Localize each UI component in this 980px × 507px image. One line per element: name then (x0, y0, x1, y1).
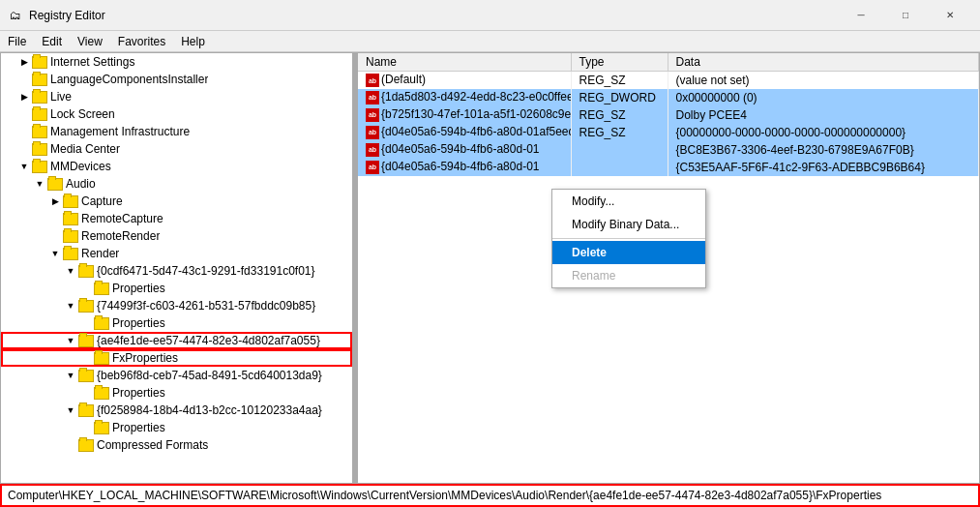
table-row[interactable]: ab{d04e05a6-594b-4fb6-a80d-01{BC8E3B67-3… (358, 141, 979, 159)
table-row[interactable]: ab(Default)REG_SZ(value not set) (358, 72, 979, 89)
tree-item-label: Properties (112, 316, 165, 330)
tree-expand-arrow[interactable] (16, 106, 32, 122)
reg-type-icon: ab (366, 91, 379, 104)
reg-name-text: (Default) (381, 73, 426, 86)
tree-expand-arrow[interactable]: ▼ (47, 246, 63, 261)
maximize-button[interactable]: □ (883, 0, 928, 31)
reg-name-cell: ab{d04e05a6-594b-4fb6-a80d-01 (358, 141, 571, 159)
tree-item[interactable]: ▶Capture (1, 193, 352, 210)
tree-expand-arrow[interactable] (78, 420, 94, 435)
tree-expand-arrow[interactable]: ▶ (16, 54, 32, 70)
tree-item-label: {ae4fe1de-ee57-4474-82e3-4d802af7a055} (97, 334, 320, 347)
context-menu-item-modify-binary[interactable]: Modify Binary Data... (552, 213, 705, 236)
table-row[interactable]: ab{b725f130-47ef-101a-a5f1-02608c9eebac}… (358, 106, 979, 124)
tree-item[interactable]: Properties (1, 419, 352, 436)
reg-name-cell: ab{b725f130-47ef-101a-a5f1-02608c9eebac}… (358, 106, 571, 124)
tree-expand-arrow[interactable] (16, 72, 32, 87)
folder-icon (32, 74, 47, 86)
tree-item[interactable]: ▼{0cdf6471-5d47-43c1-9291-fd33191c0f01} (1, 262, 352, 280)
table-row[interactable]: ab{d04e05a6-594b-4fb6-a80d-01af5eed7d1d}… (358, 124, 979, 141)
registry-table: Name Type Data ab(Default)REG_SZ(value n… (358, 53, 979, 176)
tree-expand-arrow[interactable]: ▼ (63, 333, 78, 348)
tree-item[interactable]: ▼Audio (1, 175, 352, 193)
reg-name-cell: ab{1da5d803-d492-4edd-8c23-e0c0ffee7f0e}… (358, 89, 571, 106)
tree-item-label: Internet Settings (50, 55, 134, 69)
tree-expand-arrow[interactable] (78, 385, 94, 401)
folder-icon (94, 387, 109, 400)
tree-item[interactable]: RemoteCapture (1, 210, 352, 227)
folder-icon (94, 317, 109, 330)
tree-item[interactable]: ▼MMDevices (1, 158, 352, 175)
tree-expand-arrow[interactable]: ▶ (16, 89, 32, 104)
tree-item[interactable]: ▶Live (1, 88, 352, 105)
tree-item[interactable]: Properties (1, 384, 352, 402)
tree-item-label: Management Infrastructure (50, 125, 190, 138)
tree-item[interactable]: Lock Screen (1, 105, 352, 123)
menu-help[interactable]: Help (173, 31, 213, 51)
menu-favorites[interactable]: Favorites (110, 31, 173, 51)
tree-item[interactable]: Compressed Formats (1, 436, 352, 454)
tree-item[interactable]: ▼{f0258984-18b4-4d13-b2cc-10120233a4aa} (1, 402, 352, 419)
menu-view[interactable]: View (70, 31, 110, 51)
tree-expand-arrow[interactable]: ▼ (63, 403, 78, 418)
menu-bar: File Edit View Favorites Help (0, 31, 980, 52)
tree-item[interactable]: ▼Render (1, 245, 352, 262)
reg-data-cell: {C53E5AAF-5F6F-41c2-9F63-ADEBBC9B6B64} (668, 159, 979, 176)
table-row[interactable]: ab{d04e05a6-594b-4fb6-a80d-01{C53E5AAF-5… (358, 159, 979, 176)
menu-edit[interactable]: Edit (34, 31, 70, 51)
tree-expand-arrow[interactable] (78, 281, 94, 296)
minimize-button[interactable]: ─ (839, 0, 883, 31)
menu-file[interactable]: File (0, 31, 34, 51)
folder-icon (78, 404, 94, 417)
tree-expand-arrow[interactable]: ▼ (63, 368, 78, 383)
folder-icon (94, 352, 109, 365)
reg-name-cell: ab{d04e05a6-594b-4fb6-a80d-01 (358, 159, 571, 176)
tree-item[interactable]: Properties (1, 280, 352, 297)
folder-icon (94, 422, 109, 434)
context-menu-item-modify[interactable]: Modify... (552, 190, 705, 213)
tree-item[interactable]: RemoteRender (1, 227, 352, 245)
tree-expand-arrow[interactable]: ▼ (16, 159, 32, 174)
tree-item[interactable]: FxProperties (1, 349, 352, 367)
reg-type-cell: REG_DWORD (571, 89, 668, 106)
folder-icon (94, 283, 109, 295)
tree-item[interactable]: ▼{ae4fe1de-ee57-4474-82e3-4d802af7a055} (1, 332, 352, 349)
folder-icon (78, 300, 94, 313)
reg-data-cell: Dolby PCEE4 (668, 106, 979, 124)
folder-icon (32, 91, 47, 104)
tree-item-label: Live (50, 90, 72, 104)
context-menu-item-delete[interactable]: Delete (552, 241, 705, 264)
folder-icon (78, 439, 94, 452)
tree-item[interactable]: ▶Internet Settings (1, 53, 352, 71)
tree-expand-arrow[interactable] (16, 141, 32, 157)
right-panel[interactable]: Name Type Data ab(Default)REG_SZ(value n… (358, 53, 979, 483)
table-row[interactable]: ab{1da5d803-d492-4edd-8c23-e0c0ffee7f0e}… (358, 89, 979, 106)
tree-expand-arrow[interactable] (47, 228, 63, 244)
col-header-data: Data (668, 53, 979, 72)
tree-item[interactable]: Management Infrastructure (1, 123, 352, 140)
tree-expand-arrow[interactable] (16, 124, 32, 139)
folder-icon (78, 265, 94, 278)
tree-expand-arrow[interactable] (63, 437, 78, 453)
reg-type-icon: ab (366, 74, 379, 87)
tree-expand-arrow[interactable]: ▼ (32, 176, 47, 192)
tree-panel[interactable]: ▶Internet SettingsLanguageComponentsInst… (1, 53, 354, 483)
tree-item-label: Render (81, 247, 119, 260)
tree-item[interactable]: LanguageComponentsInstaller (1, 71, 352, 88)
close-button[interactable]: ✕ (928, 0, 972, 31)
tree-expand-arrow[interactable]: ▶ (47, 194, 63, 209)
folder-icon (32, 161, 47, 173)
tree-item[interactable]: ▼{beb96f8d-ceb7-45ad-8491-5cd640013da9} (1, 367, 352, 384)
folder-icon (63, 230, 78, 243)
reg-type-icon: ab (366, 126, 379, 139)
tree-expand-arrow[interactable]: ▼ (63, 263, 78, 279)
tree-item[interactable]: ▼{74499f3f-c603-4261-b531-57fbddc09b85} (1, 297, 352, 314)
tree-expand-arrow[interactable] (78, 350, 94, 366)
tree-expand-arrow[interactable]: ▼ (63, 298, 78, 313)
reg-type-cell: REG_SZ (571, 124, 668, 141)
tree-item[interactable]: Properties (1, 314, 352, 332)
tree-item[interactable]: Media Center (1, 140, 352, 158)
tree-expand-arrow[interactable] (78, 315, 94, 331)
tree-expand-arrow[interactable] (47, 211, 63, 226)
reg-type-icon: ab (366, 108, 379, 122)
